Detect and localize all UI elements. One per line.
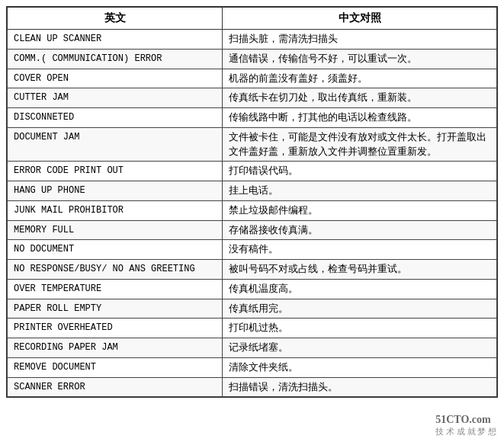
cell-english: HANG UP PHONE [8, 181, 223, 201]
table-row: PRINTER OVERHEATED打印机过热。 [8, 319, 497, 338]
cell-english: COMM.( COMMUNICATION) ERROR [8, 49, 223, 69]
table-body: CLEAN UP SCANNER扫描头脏，需清洗扫描头COMM.( COMMUN… [8, 30, 497, 397]
col-header-english: 英文 [8, 8, 223, 30]
main-table-container: 英文 中文对照 CLEAN UP SCANNER扫描头脏，需清洗扫描头COMM.… [6, 6, 498, 398]
cell-english: RECORDING PAPER JAM [8, 338, 223, 358]
table-row: NO DOCUMENT没有稿件。 [8, 240, 497, 260]
table-row: REMOVE DOCUMENT清除文件夹纸。 [8, 357, 497, 377]
table-row: COMM.( COMMUNICATION) ERROR通信错误，传输信号不好，可… [8, 49, 497, 69]
col-header-chinese: 中文对照 [223, 8, 497, 30]
cell-chinese: 存储器接收传真满。 [223, 220, 497, 240]
watermark: 51CTO.com 技 术 成 就 梦 想 [435, 414, 496, 437]
cell-english: SCANNER ERROR [8, 377, 223, 397]
cell-chinese: 文件被卡住，可能是文件没有放对或文件太长。打开盖取出文件盖好盖，重新放入文件并调… [223, 127, 497, 162]
table-row: SCANNER ERROR扫描错误，清洗扫描头。 [8, 377, 497, 397]
cell-chinese: 打印错误代码。 [223, 162, 497, 181]
cell-chinese: 传真纸卡在切刀处，取出传真纸，重新装。 [223, 88, 497, 108]
table-row: ERROR CODE PRINT OUT打印错误代码。 [8, 162, 497, 181]
cell-english: REMOVE DOCUMENT [8, 357, 223, 377]
cell-chinese: 通信错误，传输信号不好，可以重试一次。 [223, 49, 497, 69]
cell-chinese: 打印机过热。 [223, 319, 497, 338]
cell-chinese: 没有稿件。 [223, 240, 497, 260]
cell-english: NO RESPONSE/BUSY/ NO ANS GREETING [8, 260, 223, 280]
table-row: RECORDING PAPER JAM记录纸堵塞。 [8, 338, 497, 358]
table-row: OVER TEMPERATURE传真机温度高。 [8, 279, 497, 299]
cell-english: COVER OPEN [8, 69, 223, 88]
cell-english: MEMORY FULL [8, 220, 223, 240]
watermark-slogan: 技 术 成 就 梦 想 [435, 427, 496, 436]
cell-english: DOCUMENT JAM [8, 127, 223, 162]
cell-chinese: 扫描头脏，需清洗扫描头 [223, 30, 497, 50]
cell-chinese: 挂上电话。 [223, 181, 497, 201]
cell-chinese: 禁止垃圾邮件编程。 [223, 200, 497, 220]
cell-chinese: 被叫号码不对或占线，检查号码并重试。 [223, 260, 497, 280]
cell-chinese: 扫描错误，清洗扫描头。 [223, 377, 497, 397]
reference-table: 英文 中文对照 CLEAN UP SCANNER扫描头脏，需清洗扫描头COMM.… [7, 7, 497, 397]
cell-chinese: 记录纸堵塞。 [223, 338, 497, 358]
table-row: NO RESPONSE/BUSY/ NO ANS GREETING被叫号码不对或… [8, 260, 497, 280]
table-row: HANG UP PHONE挂上电话。 [8, 181, 497, 201]
table-row: JUNK MAIL PROHIBITOR禁止垃圾邮件编程。 [8, 200, 497, 220]
table-row: DOCUMENT JAM文件被卡住，可能是文件没有放对或文件太长。打开盖取出文件… [8, 127, 497, 162]
cell-english: DISCONNETED [8, 108, 223, 128]
cell-chinese: 传真纸用完。 [223, 299, 497, 319]
cell-chinese: 传真机温度高。 [223, 279, 497, 299]
table-row: COVER OPEN机器的前盖没有盖好，须盖好。 [8, 69, 497, 88]
cell-english: PAPER ROLL EMPTY [8, 299, 223, 319]
table-row: MEMORY FULL存储器接收传真满。 [8, 220, 497, 240]
cell-english: CUTTER JAM [8, 88, 223, 108]
cell-english: ERROR CODE PRINT OUT [8, 162, 223, 181]
cell-english: NO DOCUMENT [8, 240, 223, 260]
cell-english: JUNK MAIL PROHIBITOR [8, 200, 223, 220]
table-row: CLEAN UP SCANNER扫描头脏，需清洗扫描头 [8, 30, 497, 50]
cell-english: PRINTER OVERHEATED [8, 319, 223, 338]
table-row: PAPER ROLL EMPTY传真纸用完。 [8, 299, 497, 319]
cell-english: CLEAN UP SCANNER [8, 30, 223, 50]
table-row: DISCONNETED传输线路中断，打其他的电话以检查线路。 [8, 108, 497, 128]
cell-chinese: 机器的前盖没有盖好，须盖好。 [223, 69, 497, 88]
cell-chinese: 传输线路中断，打其他的电话以检查线路。 [223, 108, 497, 128]
cell-chinese: 清除文件夹纸。 [223, 357, 497, 377]
table-header-row: 英文 中文对照 [8, 8, 497, 30]
table-row: CUTTER JAM传真纸卡在切刀处，取出传真纸，重新装。 [8, 88, 497, 108]
cell-english: OVER TEMPERATURE [8, 279, 223, 299]
watermark-logo: 51CTO.com [435, 414, 490, 425]
